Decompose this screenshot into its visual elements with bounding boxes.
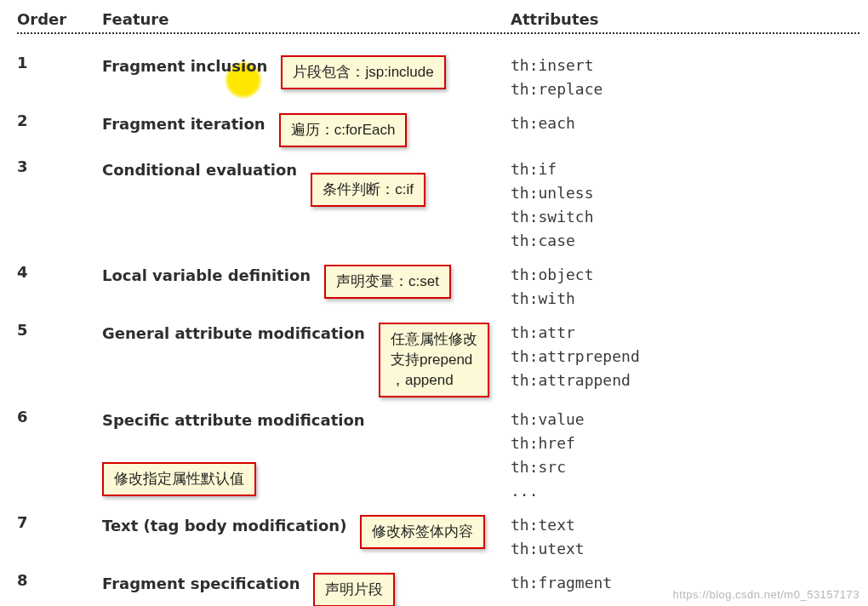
precedence-table: Order Feature Attributes — [17, 0, 868, 35]
attr-item: th:insert — [511, 54, 859, 77]
attr-item: th:value — [511, 408, 859, 432]
annotation-box: 任意属性修改 支持prepend ，append — [379, 323, 489, 397]
attr-item: th:case — [511, 229, 859, 253]
order-cell: 2 — [17, 105, 102, 151]
feature-name: Specific attribute modification — [102, 408, 365, 429]
attr-item: th:each — [511, 111, 859, 135]
feature-name: Local variable definition — [102, 263, 311, 284]
attr-item: th:unless — [511, 181, 859, 205]
attr-item: th:attr — [511, 321, 859, 345]
order-cell: 8 — [17, 564, 102, 606]
watermark: https://blog.csdn.net/m0_53157173 — [672, 588, 859, 601]
feature-cell: Specific attribute modification 修改指定属性默认… — [102, 401, 511, 506]
attrs-cell: th:insert th:replace — [511, 47, 859, 105]
header-attributes: Attributes — [511, 7, 859, 35]
attrs-cell: th:value th:href th:src ... — [511, 401, 859, 506]
feature-cell: Local variable definition 声明变量：c:set — [102, 256, 511, 314]
attrs-cell: th:object th:with — [511, 256, 859, 314]
attr-item: th:object — [511, 263, 859, 287]
annotation-box: 遍历：c:forEach — [279, 113, 408, 147]
feature-cell: Text (tag body modification) 修改标签体内容 — [102, 506, 511, 564]
feature-cell: General attribute modification 任意属性修改 支持… — [102, 314, 511, 401]
feature-cell: Fragment inclusion 片段包含：jsp:include — [102, 47, 511, 105]
annotation-box: 声明变量：c:set — [324, 265, 451, 299]
feature-cell: Conditional evaluation 条件判断：c:if — [102, 151, 511, 256]
feature-cell: Fragment iteration 遍历：c:forEach — [102, 105, 511, 151]
attrs-cell: th:text th:utext 转义特殊字符 不转义特殊字符 — [511, 506, 859, 564]
attr-item: th:attrappend — [511, 369, 859, 392]
attr-item: th:href — [511, 432, 859, 455]
order-cell: 5 — [17, 314, 102, 401]
feature-cell: Fragment specification 声明片段 — [102, 564, 511, 606]
header-divider — [17, 32, 859, 34]
attr-item: th:attrprepend — [511, 345, 859, 369]
attrs-cell: th:if th:unless th:switch th:case — [511, 151, 859, 256]
order-cell: 1 — [17, 47, 102, 105]
attr-item: th:if — [511, 157, 859, 181]
feature-name: General attribute modification — [102, 321, 365, 342]
annotation-box: 条件判断：c:if — [311, 173, 425, 207]
feature-name: Fragment iteration — [102, 111, 266, 133]
header-feature: Feature — [102, 7, 511, 35]
attr-item: th:utext — [511, 537, 859, 561]
order-cell: 6 — [17, 401, 102, 506]
annotation-box: 片段包含：jsp:include — [281, 55, 445, 89]
feature-name: Fragment inclusion — [102, 54, 267, 75]
annotation-box: 声明片段 — [313, 573, 395, 606]
feature-name: Text (tag body modification) — [102, 513, 346, 535]
annotation-box: 修改标签体内容 — [360, 515, 485, 549]
order-cell: 7 — [17, 506, 102, 564]
attrs-cell: th:each — [511, 105, 859, 151]
feature-name: Conditional evaluation — [102, 157, 297, 179]
attrs-cell: th:attr th:attrprepend th:attrappend — [511, 314, 859, 401]
attr-item: ... — [511, 479, 859, 503]
attr-item: th:src — [511, 455, 859, 479]
attr-item: th:switch — [511, 205, 859, 229]
order-cell: 4 — [17, 256, 102, 314]
page: Order Feature Attributes 1 Fragment incl… — [0, 0, 868, 606]
annotation-box: 修改指定属性默认值 — [102, 462, 256, 496]
feature-name: Fragment specification — [102, 571, 300, 592]
table-body: 1 Fragment inclusion 片段包含：jsp:include th… — [17, 35, 868, 606]
attr-item: th:with — [511, 287, 859, 311]
order-cell: 3 — [17, 151, 102, 256]
attr-item: th:text — [511, 513, 859, 537]
header-order: Order — [17, 7, 102, 35]
attr-item: th:replace — [511, 77, 859, 101]
